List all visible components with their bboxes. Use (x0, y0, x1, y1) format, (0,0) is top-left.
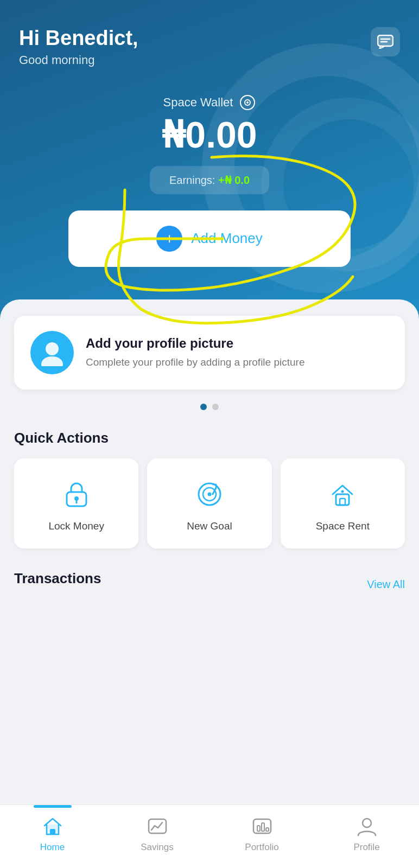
nav-item-portfolio[interactable]: Portfolio (210, 815, 314, 853)
dot-1[interactable] (200, 404, 207, 410)
dot-2[interactable] (212, 404, 219, 410)
nav-item-profile[interactable]: Profile (314, 815, 419, 853)
rent-icon (326, 478, 359, 510)
profile-icon (355, 815, 378, 838)
add-money-circle-icon: + (156, 226, 182, 252)
avatar (30, 331, 74, 374)
home-icon (41, 815, 64, 838)
new-goal-label: New Goal (187, 520, 232, 532)
transactions-header: Transactions View All (14, 570, 405, 599)
action-card-new-goal[interactable]: New Goal (147, 458, 271, 548)
earnings-value: +₦ 0.0 (218, 174, 250, 186)
svg-rect-17 (50, 829, 55, 834)
add-money-button[interactable]: + Add Money (68, 210, 351, 267)
lock-money-label: Lock Money (48, 520, 104, 532)
portfolio-nav-label: Portfolio (245, 842, 278, 853)
balance-display: ₦0.00 (19, 116, 400, 153)
earnings-pill: Earnings: +₦ 0.0 (150, 166, 269, 194)
earnings-label: Earnings: (169, 174, 215, 186)
portfolio-icon (251, 815, 274, 838)
eye-icon[interactable] (239, 94, 256, 111)
svg-point-23 (363, 819, 371, 827)
svg-point-16 (341, 490, 344, 493)
space-rent-label: Space Rent (316, 520, 370, 532)
svg-rect-14 (336, 494, 349, 505)
profile-nav-label: Profile (353, 842, 379, 853)
quick-actions-title: Quick Actions (14, 430, 405, 446)
svg-point-7 (41, 356, 63, 366)
svg-point-4 (245, 100, 250, 105)
nav-active-bar (34, 805, 72, 808)
svg-rect-21 (262, 823, 264, 831)
profile-completion-card[interactable]: Add your profile picture Complete your p… (14, 316, 405, 390)
wallet-label-text: Space Wallet (163, 95, 233, 110)
svg-rect-15 (340, 499, 345, 505)
avatar-icon (39, 339, 66, 366)
nav-item-savings[interactable]: Savings (105, 815, 210, 853)
greeting-sub: Good morning (19, 53, 138, 67)
nav-item-home[interactable]: Home (0, 815, 105, 853)
svg-point-6 (46, 342, 59, 355)
action-card-space-rent[interactable]: Space Rent (281, 458, 405, 548)
savings-icon (146, 815, 169, 838)
svg-rect-20 (257, 826, 260, 831)
svg-rect-0 (378, 35, 393, 46)
bottom-nav: Home Savings Portfolio Profile (0, 805, 419, 868)
wallet-label: Space Wallet (19, 94, 400, 111)
home-nav-label: Home (40, 842, 65, 853)
savings-nav-label: Savings (141, 842, 173, 853)
svg-rect-22 (266, 828, 269, 831)
svg-point-5 (246, 101, 249, 104)
chat-button[interactable] (371, 27, 400, 56)
profile-card-text: Add your profile picture Complete your p… (86, 336, 304, 370)
header-section: Hi Benedict, Good morning Space Wallet ₦… (0, 0, 419, 337)
profile-card-description: Complete your profile by adding a profil… (86, 355, 304, 370)
main-content: Add your profile picture Complete your p… (0, 299, 419, 686)
greeting-name: Hi Benedict, (19, 27, 138, 50)
view-all-link[interactable]: View All (367, 578, 405, 591)
dots-indicator (14, 404, 405, 410)
profile-card-title: Add your profile picture (86, 336, 304, 351)
action-card-lock-money[interactable]: Lock Money (14, 458, 138, 548)
quick-actions-grid: Lock Money New Goal Space Rent (14, 458, 405, 548)
transactions-title: Transactions (14, 570, 101, 587)
chat-icon (377, 35, 393, 49)
svg-rect-18 (149, 819, 166, 833)
goal-icon (193, 478, 226, 510)
top-bar: Hi Benedict, Good morning (19, 27, 400, 67)
wallet-section: Space Wallet ₦0.00 Earnings: +₦ 0.0 + Ad… (19, 94, 400, 267)
add-money-label: Add Money (191, 230, 263, 247)
greeting-block: Hi Benedict, Good morning (19, 27, 138, 67)
svg-point-3 (240, 95, 255, 110)
svg-point-13 (207, 492, 211, 496)
lock-icon (60, 478, 93, 510)
